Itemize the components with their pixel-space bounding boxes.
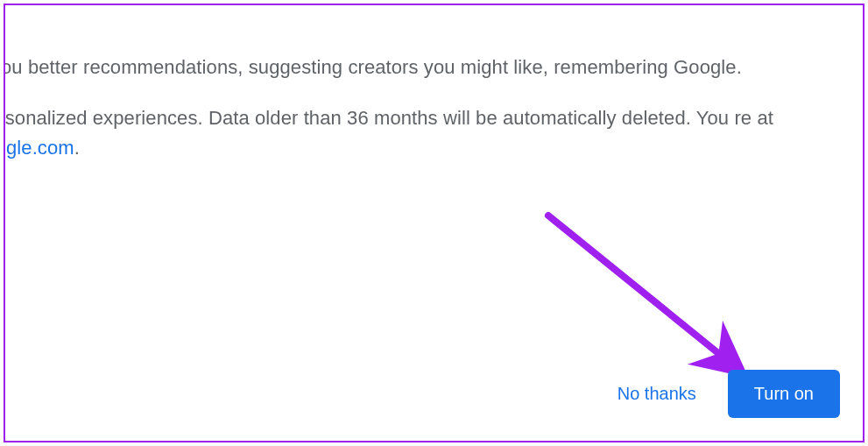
paragraph-personalized: ou more personalized experiences. Data o…	[4, 103, 846, 163]
turn-on-button[interactable]: Turn on	[728, 370, 840, 418]
dialog-frame: like giving you better recommendations, …	[4, 4, 864, 442]
paragraph-recommendations: like giving you better recommendations, …	[4, 53, 846, 82]
no-thanks-button[interactable]: No thanks	[610, 375, 703, 413]
paragraph-personalized-text: ou more personalized experiences. Data o…	[4, 107, 773, 129]
dialog-body-text: like giving you better recommendations, …	[4, 53, 846, 184]
annotation-arrow-icon	[540, 207, 767, 391]
account-link[interactable]: account.google.com	[4, 137, 74, 159]
dialog-button-row: No thanks Turn on	[610, 370, 840, 418]
svg-line-0	[548, 216, 732, 365]
paragraph-personalized-after: .	[74, 137, 80, 159]
